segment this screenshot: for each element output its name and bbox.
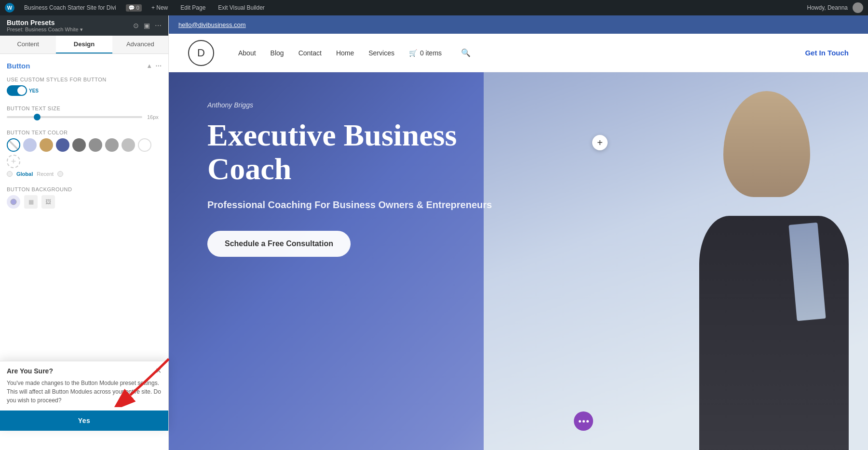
color-swatch-add[interactable]: +	[7, 155, 20, 168]
site-header: D About Blog Contact Home Services 🛒 0 i…	[169, 34, 868, 72]
cart-count: 0 items	[420, 49, 442, 57]
text-color-field: Button Text Color + Global Recent	[7, 130, 162, 177]
svg-point-0	[11, 199, 16, 205]
dot-1	[579, 420, 581, 423]
admin-bar-right: Howdy, Deanna	[807, 2, 864, 13]
hero-person-image	[484, 72, 868, 450]
email-link[interactable]: hello@divibusiness.com	[178, 21, 246, 28]
add-element-button[interactable]: +	[592, 135, 608, 150]
tab-content[interactable]: Content	[0, 36, 56, 53]
settings-icon[interactable]: ⊙	[133, 22, 139, 29]
panel-preset[interactable]: Preset: Business Coach White ▾	[7, 26, 83, 33]
toggle-container: YES	[7, 85, 162, 96]
section-collapse-icons: ▲ ⋯	[146, 62, 162, 69]
color-swatch-gray-dark[interactable]	[72, 138, 86, 152]
custom-styles-toggle[interactable]	[7, 85, 27, 96]
layout-icon[interactable]: ▣	[144, 22, 150, 29]
bg-label: Button Background	[7, 186, 162, 192]
search-button[interactable]: 🔍	[461, 48, 471, 57]
dot-2	[583, 420, 585, 423]
nav-about[interactable]: About	[238, 49, 256, 57]
tab-advanced[interactable]: Advanced	[112, 36, 168, 53]
admin-bar-left: W Business Coach Starter Site for Divi 💬…	[5, 3, 801, 13]
panel-header-info: Button Presets Preset: Business Coach Wh…	[7, 19, 83, 33]
slider-thumb[interactable]	[34, 114, 41, 120]
bg-image-option[interactable]: 🖼	[41, 195, 55, 209]
section-title: Button ▲ ⋯	[7, 62, 162, 70]
panel-header: Button Presets Preset: Business Coach Wh…	[0, 15, 168, 36]
text-color-label: Button Text Color	[7, 130, 162, 135]
nav-contact[interactable]: Contact	[298, 49, 322, 57]
admin-bar: W Business Coach Starter Site for Divi 💬…	[0, 0, 868, 15]
person-body	[699, 216, 849, 450]
custom-styles-label: Use Custom Styles For Button	[7, 77, 162, 82]
color-swatch-gold[interactable]	[40, 138, 53, 152]
panel-header-icons: ⊙ ▣ ⋯	[133, 22, 162, 29]
cta-button[interactable]: Schedule a Free Consultation	[207, 231, 351, 257]
wordpress-logo[interactable]: W	[5, 3, 14, 13]
nav-blog[interactable]: Blog	[271, 49, 284, 57]
nav-services[interactable]: Services	[368, 49, 394, 57]
bg-options: ▦ 🖼	[7, 195, 162, 209]
exit-builder-link[interactable]: Exit Visual Builder	[215, 3, 268, 12]
left-panel: Button Presets Preset: Business Coach Wh…	[0, 15, 169, 450]
save-recent-label[interactable]: Recent	[37, 171, 54, 177]
main-layout: Button Presets Preset: Business Coach Wh…	[0, 15, 868, 450]
hero-content: Anthony Briggs Executive Business Coach …	[207, 101, 497, 257]
email-bar: hello@divibusiness.com	[169, 15, 868, 34]
hero-section: Anthony Briggs Executive Business Coach …	[169, 72, 868, 450]
site-nav: About Blog Contact Home Services 🛒 0 ite…	[238, 48, 805, 57]
right-content: hello@divibusiness.com D About Blog Cont…	[169, 15, 868, 450]
saved-dot[interactable]	[7, 171, 13, 177]
dot-3	[586, 420, 589, 423]
bg-gradient-option[interactable]: ▦	[24, 195, 38, 209]
get-in-touch-link[interactable]: Get In Touch	[805, 49, 849, 57]
avatar	[853, 2, 863, 13]
confirm-title: Are You Sure?	[7, 367, 53, 375]
bg-color-icon[interactable]	[7, 195, 20, 209]
color-swatch-white[interactable]	[138, 138, 151, 152]
more-options-button[interactable]	[574, 411, 593, 431]
slider-track	[7, 116, 142, 118]
new-link[interactable]: + New	[149, 3, 171, 12]
confirm-yes-button[interactable]: Yes	[0, 410, 168, 431]
section-more-icon[interactable]: ⋯	[155, 62, 162, 69]
cart-area[interactable]: 🛒 0 items	[409, 49, 442, 57]
hero-subtitle: Professional Coaching For Business Owner…	[207, 198, 497, 212]
text-size-field: Button Text Size 16px	[7, 106, 162, 120]
hero-title: Executive Business Coach	[207, 119, 497, 186]
site-logo: D	[188, 40, 214, 66]
dots-inner	[579, 420, 589, 423]
confirm-dialog: Are You Sure? ✕ You've made changes to t…	[0, 361, 168, 431]
slider-value: 16px	[147, 114, 162, 120]
color-swatch-blue-light[interactable]	[23, 138, 37, 152]
color-swatch-silver[interactable]	[122, 138, 135, 152]
comment-icon[interactable]: 💬 0	[126, 4, 142, 12]
color-swatch-gray-mid[interactable]	[89, 138, 102, 152]
text-size-label: Button Text Size	[7, 106, 162, 111]
slider-container: 16px	[7, 114, 162, 120]
color-swatch-gray-light[interactable]	[105, 138, 119, 152]
nav-home[interactable]: Home	[336, 49, 354, 57]
color-swatch-blue-dark[interactable]	[56, 138, 69, 152]
panel-title: Button Presets	[7, 19, 83, 26]
edit-page-link[interactable]: Edit Page	[177, 3, 208, 12]
site-name-link[interactable]: Business Coach Starter Site for Divi	[21, 3, 119, 12]
confirm-close-button[interactable]: ✕	[155, 367, 162, 375]
cart-icon: 🛒	[409, 49, 417, 57]
text-color-swatches: +	[7, 138, 162, 168]
confirm-header: Are You Sure? ✕	[0, 361, 168, 379]
color-swatch-none[interactable]	[7, 138, 20, 152]
more-icon[interactable]: ⋯	[155, 22, 162, 29]
save-global-label[interactable]: Global	[16, 171, 33, 177]
howdy-text: Howdy, Deanna	[807, 4, 848, 11]
custom-styles-field: Use Custom Styles For Button YES	[7, 77, 162, 96]
confirm-body: You've made changes to the Button Module…	[0, 379, 168, 410]
bg-field: Button Background ▦ 🖼	[7, 186, 162, 209]
recent-dot[interactable]	[57, 171, 63, 177]
toggle-yes-label: YES	[29, 88, 39, 93]
tab-design[interactable]: Design	[56, 36, 112, 53]
panel-tabs: Content Design Advanced	[0, 36, 168, 54]
hero-author: Anthony Briggs	[207, 101, 497, 109]
collapse-icon[interactable]: ▲	[146, 62, 152, 69]
